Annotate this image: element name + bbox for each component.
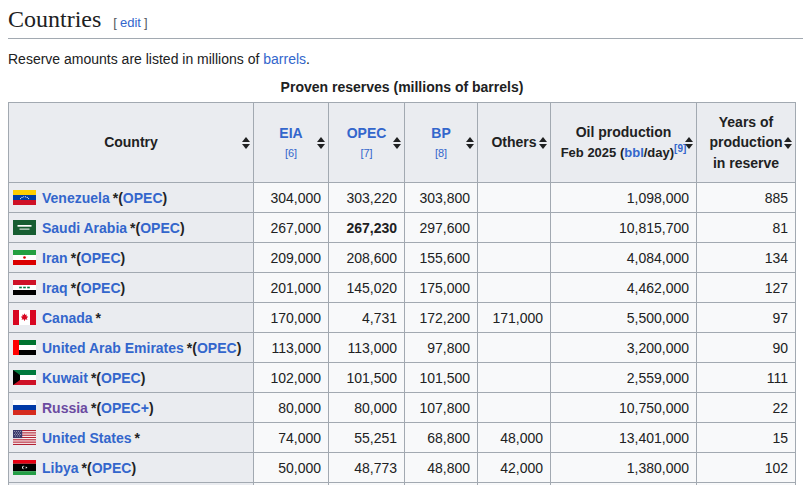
opec-value: 113,000 — [329, 333, 405, 363]
country-cell: Canada* — [9, 303, 254, 333]
org-membership: (OPEC) — [76, 280, 125, 296]
bp-value: 303,800 — [405, 183, 478, 213]
opec-value: 55,251 — [329, 423, 405, 453]
column-header-eia[interactable]: EIA [6] — [254, 103, 329, 183]
org-link[interactable]: OPEC — [140, 220, 180, 236]
eia-value: 74,000 — [254, 423, 329, 453]
org-membership: (OPEC) — [136, 220, 185, 236]
production-value: 5,500,000 — [551, 303, 697, 333]
country-link[interactable]: United States — [42, 430, 131, 446]
org-link[interactable]: OPEC+ — [101, 400, 149, 416]
eia-value: 113,000 — [254, 333, 329, 363]
intro-text-end: . — [306, 51, 310, 67]
column-header-bp[interactable]: BP [8] — [405, 103, 478, 183]
production-value: 2,559,000 — [551, 363, 697, 393]
russia-flag-icon — [13, 400, 36, 415]
venezuela-flag-icon — [13, 190, 36, 205]
eia-value: 209,000 — [254, 243, 329, 273]
org-link[interactable]: OPEC — [92, 460, 132, 476]
country-cell: Iraq*(OPEC) — [9, 273, 254, 303]
production-value: 4,462,000 — [551, 273, 697, 303]
opec-value: 208,600 — [329, 243, 405, 273]
sort-arrow-icon — [242, 137, 250, 149]
org-link[interactable]: OPEC — [197, 340, 237, 356]
production-value: 1,380,000 — [551, 453, 697, 483]
eia-ref-link[interactable]: [6] — [262, 146, 320, 162]
production-value: 10,815,700 — [551, 213, 697, 243]
country-link[interactable]: Saudi Arabia — [42, 220, 127, 236]
edit-section: [edit] — [113, 15, 147, 30]
sort-arrow-icon — [539, 137, 547, 149]
others-value: 171,000 — [478, 303, 551, 333]
years-value: 102 — [697, 453, 796, 483]
org-membership: (OPEC+) — [96, 400, 153, 416]
sort-arrow-icon — [685, 137, 693, 149]
country-link[interactable]: Libya — [42, 460, 79, 476]
column-header-years-in-reserve[interactable]: Years of production in reserve — [697, 103, 796, 183]
years-value: 15 — [697, 423, 796, 453]
iran-flag-icon — [13, 250, 36, 265]
bp-value: 97,800 — [405, 333, 478, 363]
years-value: 90 — [697, 333, 796, 363]
country-link[interactable]: Iraq — [42, 280, 68, 296]
oil-production-subline: Feb 2025 (bbl/day)[9] — [559, 144, 688, 163]
production-value: 4,084,000 — [551, 243, 697, 273]
org-membership: (OPEC) — [87, 460, 136, 476]
united-states-flag-icon — [13, 430, 36, 445]
bp-link[interactable]: BP — [413, 123, 469, 143]
country-cell: United States* — [9, 423, 254, 453]
country-link[interactable]: Kuwait — [42, 370, 88, 386]
column-header-others[interactable]: Others — [478, 103, 551, 183]
country-link[interactable]: Iran — [42, 250, 68, 266]
years-value: 111 — [697, 363, 796, 393]
production-value: 10,750,000 — [551, 393, 697, 423]
eia-value: 80,000 — [254, 393, 329, 423]
opec-value: 101,500 — [329, 363, 405, 393]
country-cell: Russia*(OPEC+) — [9, 393, 254, 423]
country-cell: United Arab Emirates*(OPEC) — [9, 333, 254, 363]
others-value — [478, 363, 551, 393]
table-row: United Arab Emirates*(OPEC) 113,000 113,… — [9, 333, 796, 363]
column-header-opec[interactable]: OPEC [7] — [329, 103, 405, 183]
opec-value: 80,000 — [329, 393, 405, 423]
bp-value: 155,600 — [405, 243, 478, 273]
country-cell: Saudi Arabia*(OPEC) — [9, 213, 254, 243]
org-link[interactable]: OPEC — [81, 250, 121, 266]
opec-value: 4,731 — [329, 303, 405, 333]
opec-value: 145,020 — [329, 273, 405, 303]
org-link[interactable]: OPEC — [123, 190, 163, 206]
iraq-flag-icon — [13, 280, 36, 295]
others-value: 48,000 — [478, 423, 551, 453]
country-link[interactable]: Russia — [42, 400, 88, 416]
org-link[interactable]: OPEC — [101, 370, 141, 386]
years-value: 127 — [697, 273, 796, 303]
sort-arrow-icon — [466, 137, 474, 149]
column-header-oil-production[interactable]: Oil production Feb 2025 (bbl/day)[9] — [551, 103, 697, 183]
opec-ref-link[interactable]: [7] — [337, 146, 396, 162]
others-value — [478, 333, 551, 363]
bp-ref-link[interactable]: [8] — [413, 146, 469, 162]
country-link[interactable]: Canada — [42, 310, 93, 326]
production-value: 3,200,000 — [551, 333, 697, 363]
table-caption: Proven reserves (millions of barrels) — [8, 79, 796, 102]
country-cell: Venezuela*(OPEC) — [9, 183, 254, 213]
table-row: Iraq*(OPEC) 201,000 145,020 175,000 4,46… — [9, 273, 796, 303]
bbl-link[interactable]: bbl — [624, 145, 644, 160]
years-value: 22 — [697, 393, 796, 423]
barrels-link[interactable]: barrels — [263, 51, 306, 67]
canada-flag-icon — [13, 310, 36, 325]
oil-production-label: Oil production — [559, 122, 688, 142]
opec-link[interactable]: OPEC — [337, 123, 396, 143]
eia-value: 201,000 — [254, 273, 329, 303]
column-header-country[interactable]: Country — [9, 103, 254, 183]
years-value: 97 — [697, 303, 796, 333]
eia-link[interactable]: EIA — [262, 123, 320, 143]
country-link[interactable]: United Arab Emirates — [42, 340, 184, 356]
country-link[interactable]: Venezuela — [42, 190, 110, 206]
country-star: * — [96, 310, 101, 326]
org-link[interactable]: OPEC — [81, 280, 121, 296]
bp-value: 107,800 — [405, 393, 478, 423]
others-value — [478, 213, 551, 243]
table-row: Canada* 170,000 4,731 172,200 171,000 5,… — [9, 303, 796, 333]
edit-link[interactable]: edit — [120, 15, 141, 30]
